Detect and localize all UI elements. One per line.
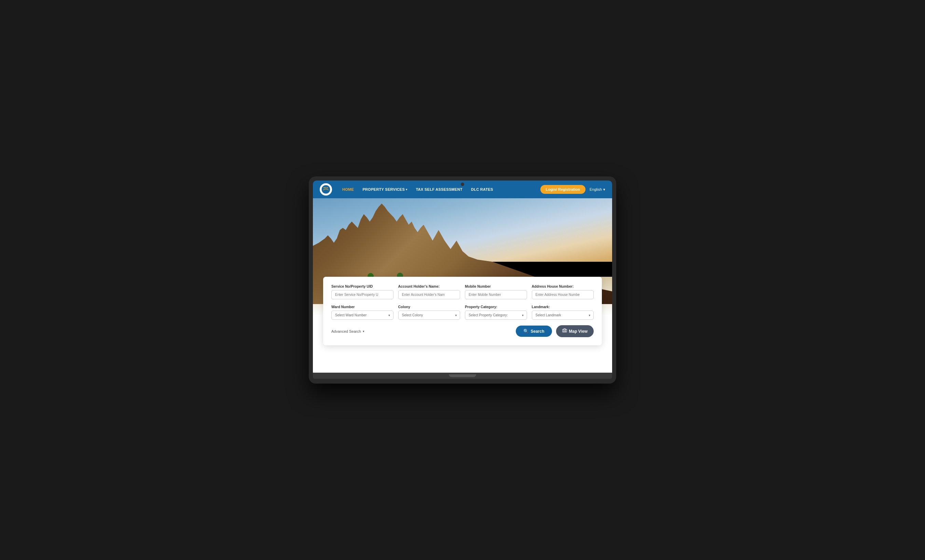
property-dropdown-icon: ▾	[406, 188, 407, 191]
language-dropdown-icon: ▾	[603, 187, 605, 192]
nav-home-label: HOME	[342, 187, 354, 191]
laptop-stand	[449, 374, 476, 377]
ward-select-wrapper: Select Ward Number	[331, 311, 393, 320]
colony-field: Colony Select Colony	[398, 305, 461, 320]
search-button[interactable]: 🔍 Search	[516, 326, 552, 337]
search-panel: Service No/Property UID Account Holder's…	[323, 277, 602, 345]
search-row-1: Service No/Property UID Account Holder's…	[331, 284, 594, 299]
advanced-search-label: Advanced Search	[331, 329, 361, 333]
nav-tax[interactable]: TAX SELF ASSESSMENT	[412, 185, 466, 194]
nav-home[interactable]: HOME	[339, 185, 357, 194]
mapview-btn-label: Map View	[569, 329, 588, 334]
search-actions: Advanced Search ▾ 🔍 Search	[331, 325, 594, 337]
account-holder-input[interactable]	[398, 290, 461, 299]
mobile-label: Mobile Number	[465, 284, 527, 288]
address-house-input[interactable]	[532, 290, 594, 299]
nav-tax-label: TAX SELF ASSESSMENT	[416, 187, 462, 191]
category-label: Property Category:	[465, 305, 527, 309]
svg-rect-7	[565, 329, 567, 332]
nav-right: Login/ Registration English ▾	[540, 185, 605, 194]
address-house-label: Address House Number:	[532, 284, 594, 288]
account-holder-field: Account Holder's Name:	[398, 284, 461, 299]
landmark-label: Landmark:	[532, 305, 594, 309]
map-icon	[562, 328, 567, 334]
advanced-search-toggle[interactable]: Advanced Search ▾	[331, 329, 365, 333]
advanced-search-arrow-icon: ▾	[363, 330, 365, 333]
colony-select[interactable]: Select Colony	[398, 311, 461, 320]
service-no-label: Service No/Property UID	[331, 284, 393, 288]
browser-content: MCJS HOME PROPERTY SERVICES	[313, 180, 612, 373]
address-house-field: Address House Number:	[532, 284, 594, 299]
colony-label: Colony	[398, 305, 461, 309]
mobile-field: Mobile Number	[465, 284, 527, 299]
ward-select[interactable]: Select Ward Number	[331, 311, 393, 320]
landmark-select[interactable]: Select Landmark	[532, 311, 594, 320]
category-field: Property Category: Select Property Categ…	[465, 305, 527, 320]
landmark-select-wrapper: Select Landmark	[532, 311, 594, 320]
logo-icon: MCJS	[320, 183, 332, 195]
search-bg: Service No/Property UID Account Holder's…	[313, 277, 612, 373]
laptop-screen: MCJS HOME PROPERTY SERVICES	[313, 180, 612, 373]
laptop-bottom	[313, 379, 612, 384]
account-holder-label: Account Holder's Name:	[398, 284, 461, 288]
ward-label: Ward Number	[331, 305, 393, 309]
language-label: English	[589, 187, 602, 191]
login-button[interactable]: Login/ Registration	[540, 185, 586, 194]
category-select[interactable]: Select Property Category:	[465, 311, 527, 320]
nav-links: HOME PROPERTY SERVICES ▾ TAX SELF ASSESS…	[339, 185, 537, 194]
white-section	[313, 345, 612, 373]
colony-select-wrapper: Select Colony	[398, 311, 461, 320]
language-selector[interactable]: English ▾	[589, 187, 605, 192]
laptop-frame: MCJS HOME PROPERTY SERVICES	[309, 176, 616, 384]
nav-property-services[interactable]: PROPERTY SERVICES ▾	[359, 185, 411, 194]
camera-notch	[461, 183, 464, 186]
svg-point-0	[321, 185, 330, 194]
laptop-base	[313, 373, 612, 379]
service-no-field: Service No/Property UID	[331, 284, 393, 299]
mobile-input[interactable]	[465, 290, 527, 299]
search-row-2: Ward Number Select Ward Number Colony	[331, 305, 594, 320]
nav-property-label: PROPERTY SERVICES	[362, 187, 405, 191]
search-icon: 🔍	[523, 329, 529, 334]
map-view-button[interactable]: Map View	[556, 325, 594, 337]
map-view-icon	[562, 328, 567, 333]
service-no-input[interactable]	[331, 290, 393, 299]
search-btn-label: Search	[531, 329, 544, 334]
nav-dlc-label: DLC RATES	[471, 187, 493, 191]
landmark-field: Landmark: Select Landmark	[532, 305, 594, 320]
ward-field: Ward Number Select Ward Number	[331, 305, 393, 320]
logo-area: MCJS	[320, 183, 332, 195]
nav-dlc[interactable]: DLC RATES	[468, 185, 497, 194]
mcjs-logo: MCJS	[321, 185, 331, 194]
category-select-wrapper: Select Property Category:	[465, 311, 527, 320]
